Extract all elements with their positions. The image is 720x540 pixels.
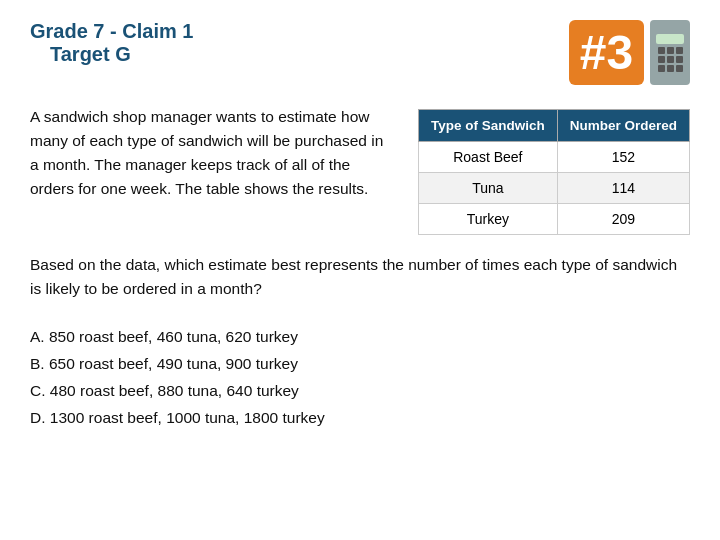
sandwich-type-cell: Roast Beef [418,142,557,173]
calc-btn [658,47,665,54]
title-block: Grade 7 - Claim 1 Target G [30,20,193,66]
table-row: Roast Beef152 [418,142,689,173]
number-ordered-cell: 152 [557,142,689,173]
calc-btn [676,47,683,54]
question-text: Based on the data, which estimate best r… [30,253,690,301]
calc-screen [656,34,684,44]
calculator-icon [650,20,690,85]
sandwich-type-cell: Tuna [418,173,557,204]
title-line1: Grade 7 - Claim 1 [30,20,193,43]
calc-btn [667,47,674,54]
calc-btn [667,65,674,72]
calc-btn [658,65,665,72]
title-line2: Target G [50,43,193,66]
col2-header: Number Ordered [557,110,689,142]
badge-container: #3 [569,20,690,85]
answer-a: A. 850 roast beef, 460 tuna, 620 turkey [30,323,690,350]
calc-buttons [658,47,683,72]
calc-btn [676,56,683,63]
header-row: Grade 7 - Claim 1 Target G #3 [30,20,690,85]
calc-btn [676,65,683,72]
page-container: Grade 7 - Claim 1 Target G #3 [0,0,720,540]
answer-b: B. 650 roast beef, 490 tuna, 900 turkey [30,350,690,377]
data-table: Type of Sandwich Number Ordered Roast Be… [418,109,690,235]
table-row: Tuna114 [418,173,689,204]
col1-header: Type of Sandwich [418,110,557,142]
answers-block: A. 850 roast beef, 460 tuna, 620 turkey … [30,323,690,432]
table-row: Turkey209 [418,204,689,235]
description-text: A sandwich shop manager wants to estimat… [30,105,394,201]
sandwich-type-cell: Turkey [418,204,557,235]
answer-d: D. 1300 roast beef, 1000 tuna, 1800 turk… [30,404,690,431]
number-ordered-cell: 209 [557,204,689,235]
badge-number: #3 [569,20,644,85]
content-row: A sandwich shop manager wants to estimat… [30,105,690,235]
calc-btn [658,56,665,63]
calc-btn [667,56,674,63]
number-ordered-cell: 114 [557,173,689,204]
answer-c: C. 480 roast beef, 880 tuna, 640 turkey [30,377,690,404]
